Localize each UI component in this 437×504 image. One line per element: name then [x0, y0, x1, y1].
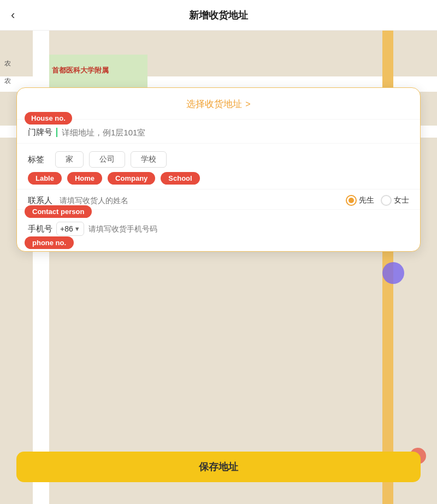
address-selector-text: 选择收货地址 [186, 98, 242, 110]
phone-input[interactable] [88, 224, 409, 233]
save-address-button[interactable]: 保存地址 [16, 452, 421, 482]
map-label-left2: 农 [4, 76, 11, 86]
gender-female-radio[interactable] [381, 195, 392, 206]
tag-company-button[interactable]: 公司 [89, 151, 125, 168]
gender-radio-group: 先生 女士 [346, 195, 409, 206]
page-title: 新增收货地址 [189, 9, 248, 22]
contact-input[interactable] [56, 196, 340, 205]
annotation-badges-row: Lable Home Company School [17, 172, 420, 189]
gender-female-option[interactable]: 女士 [381, 195, 409, 206]
phone-label: 手机号 [28, 224, 56, 234]
contact-row: 联系人 先生 女士 Contact person [17, 189, 420, 209]
map-marker-circle [382, 262, 404, 284]
school-badge: School [161, 172, 199, 185]
gender-male-radio[interactable] [346, 195, 357, 206]
door-number-input[interactable] [56, 128, 409, 137]
company-badge: Company [108, 172, 155, 185]
tag-home-button[interactable]: 家 [55, 151, 84, 168]
contact-label: 联系人 [28, 195, 56, 206]
address-selector-arrow-icon: > [245, 99, 250, 109]
door-number-row: House no. 门牌号 [17, 120, 420, 144]
country-code-text: +86 [60, 224, 73, 233]
phone-dropdown-icon: ▼ [74, 226, 80, 232]
gender-male-option[interactable]: 先生 [346, 195, 374, 206]
map-label-left1: 农 [4, 59, 11, 68]
contact-person-badge: Contact person [25, 205, 92, 218]
phone-no-badge: phone no. [25, 236, 74, 249]
radio-dot [349, 198, 354, 203]
gender-male-label: 先生 [359, 195, 374, 205]
home-badge: Home [67, 172, 102, 185]
lable-badge: Lable [28, 172, 62, 185]
address-selector[interactable]: 选择收货地址 > [17, 88, 420, 120]
door-number-label: 门牌号 [28, 127, 56, 138]
tag-label-row: 标签 家 公司 学校 [17, 144, 420, 172]
map-background: 首都医科大学附属 农 农 [0, 0, 437, 504]
map-label-hospital: 首都医科大学附属 [52, 66, 109, 75]
house-no-badge: House no. [25, 112, 72, 124]
tag-school-button[interactable]: 学校 [131, 151, 167, 168]
gender-female-label: 女士 [394, 195, 409, 205]
address-form-card: 选择收货地址 > House no. 门牌号 标签 家 公司 学校 Lable … [16, 87, 421, 252]
header: ‹ 新增收货地址 [0, 0, 437, 31]
phone-country-code[interactable]: +86 ▼ [56, 222, 84, 236]
tag-label-title: 标签 [28, 155, 44, 165]
back-button[interactable]: ‹ [11, 8, 15, 22]
